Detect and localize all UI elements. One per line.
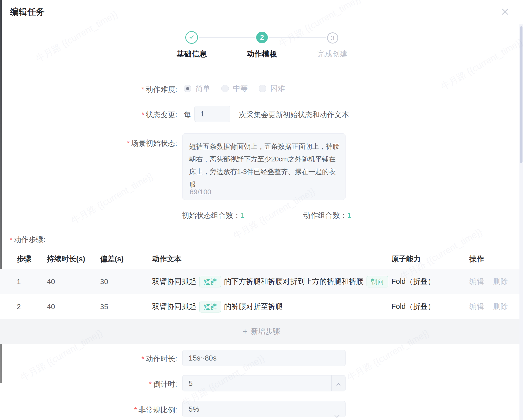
radio-label: 中等 — [233, 83, 248, 94]
step-operations: 编辑 删除 — [469, 277, 508, 287]
table-header-row: 步骤 持续时长(s) 偏差(s) 动作文本 原子能力 操作 — [0, 249, 523, 269]
difficulty-radio-group: 简单 中等 困难 — [184, 83, 296, 94]
step-1-circle — [185, 31, 198, 44]
countdown-input[interactable]: 5 — [182, 375, 346, 391]
step-operations: 编辑 删除 — [469, 302, 508, 312]
required-asterisk: * — [142, 85, 144, 93]
combo-counts-row: 初始状态组合数：1 动作组合数：1 — [0, 211, 523, 220]
state-change-label: *状态变更: — [142, 110, 177, 120]
duration-input[interactable]: 15s~80s — [182, 350, 346, 366]
step-duration: 40 — [47, 278, 55, 286]
state-change-row: *状态变更: 每 1 次采集会更新初始状态和动作文本 — [0, 106, 523, 122]
delete-link[interactable]: 删除 — [493, 277, 508, 285]
unusual-ratio-select[interactable]: 5% — [182, 401, 346, 417]
required-asterisk: * — [149, 380, 152, 388]
step-2-circle: 2 — [256, 32, 268, 43]
edit-link[interactable]: 编辑 — [469, 302, 484, 310]
step-ability: Fold（折叠） — [391, 302, 435, 312]
required-asterisk: * — [134, 406, 137, 414]
step-ability: Fold（折叠） — [391, 277, 435, 287]
step-action-text: 双臂协同抓起 短裤 的裤腰对折至裤腿 — [152, 301, 283, 312]
chevron-up-icon — [336, 375, 341, 391]
initial-combo-value: 1 — [240, 211, 245, 219]
step-action-text: 双臂协同抓起 短裤 的下方裤腿和裤腰对折到上方的裤腿和裤腰 朝向 — [152, 276, 391, 287]
state-change-input[interactable]: 1 — [194, 106, 230, 122]
step-3-label: 完成创建 — [302, 49, 363, 59]
col-header-step: 步骤 — [17, 254, 31, 264]
initial-combo-count: 初始状态组合数：1 — [182, 211, 245, 221]
duration-row: *动作时长: 15s~80s — [0, 350, 523, 366]
radio-label: 困难 — [270, 83, 285, 94]
col-header-action-text: 动作文本 — [152, 254, 182, 264]
step-2-label: 动作模板 — [232, 49, 292, 59]
action-combo-count: 动作组合数：1 — [303, 211, 351, 221]
difficulty-row: *动作难度: 简单 中等 困难 — [0, 83, 523, 94]
orientation-tag: 朝向 — [367, 276, 388, 287]
check-icon — [188, 34, 195, 41]
table-row: 2 40 35 双臂协同抓起 短裤 的裤腰对折至裤腿 Fold（折叠） 编辑 删… — [0, 294, 523, 319]
edit-link[interactable]: 编辑 — [469, 277, 484, 285]
step-number: 2 — [17, 302, 21, 311]
col-header-operations: 操作 — [469, 254, 484, 264]
modal-title: 编辑任务 — [10, 6, 45, 18]
countdown-label: *倒计时: — [149, 379, 177, 389]
unusual-ratio-value: 5% — [189, 405, 199, 413]
action-text-part: 双臂协同抓起 — [152, 277, 196, 287]
radio-circle — [259, 85, 266, 92]
add-step-button[interactable]: + 新增步骤 — [0, 319, 523, 344]
required-asterisk: * — [142, 111, 144, 119]
step-number: 1 — [17, 278, 21, 286]
step-3-number: 3 — [331, 34, 334, 42]
radio-option-easy[interactable]: 简单 — [184, 83, 210, 94]
col-header-ability: 原子能力 — [391, 254, 421, 264]
object-tag: 短裤 — [199, 276, 221, 287]
initial-state-textarea[interactable]: 短裤五条数据背面朝上，五条数据正面朝上，裤腰朝右，离头部视野下方至少20cm之外… — [182, 133, 346, 200]
char-counter: 69/100 — [190, 188, 211, 196]
col-header-duration: 持续时长(s) — [47, 254, 85, 264]
radio-label: 简单 — [195, 83, 210, 94]
required-asterisk: * — [142, 355, 144, 363]
scrollbar-thumb[interactable] — [520, 26, 522, 163]
initial-state-label: *场景初始状态: — [127, 138, 177, 149]
state-change-prefix: 每 — [184, 110, 191, 120]
action-text-part: 的裤腰对折至裤腿 — [224, 302, 283, 312]
initial-state-text: 短裤五条数据背面朝上，五条数据正面朝上，裤腰朝右，离头部视野下方至少20cm之外… — [189, 143, 339, 188]
step-deviation: 30 — [100, 278, 108, 286]
close-button[interactable] — [501, 8, 509, 16]
add-step-label: 新增步骤 — [251, 326, 280, 337]
countdown-row: *倒计时: 5 — [0, 375, 523, 391]
radio-option-hard[interactable]: 困难 — [259, 83, 285, 94]
stepper-connector — [199, 37, 255, 38]
action-combo-value: 1 — [347, 211, 351, 219]
stepper-connector — [269, 37, 326, 38]
edit-task-modal: 编辑任务 2 3 基础信息 动作模板 完成创建 *动作难度: — [0, 0, 523, 420]
number-spinner — [331, 375, 345, 391]
col-header-deviation: 偏差(s) — [100, 254, 124, 264]
difficulty-label: *动作难度: — [142, 85, 177, 95]
required-asterisk: * — [10, 236, 12, 244]
duration-label: *动作时长: — [142, 354, 177, 364]
action-steps-label: *动作步骤: — [10, 235, 45, 245]
radio-circle — [221, 85, 229, 92]
unusual-ratio-row: *非常规比例: 5% — [0, 401, 523, 417]
step-duration: 40 — [47, 302, 55, 311]
spinner-up-button[interactable] — [332, 375, 345, 391]
object-tag: 短裤 — [199, 301, 221, 312]
step-2-number: 2 — [260, 33, 264, 41]
close-icon — [501, 12, 509, 16]
state-change-suffix: 次采集会更新初始状态和动作文本 — [239, 110, 349, 120]
step-1-label: 基础信息 — [161, 49, 222, 59]
radio-option-medium[interactable]: 中等 — [221, 83, 248, 94]
modal-header: 编辑任务 — [2, 0, 523, 24]
action-steps-section: *动作步骤: — [0, 235, 523, 244]
table-row: 1 40 30 双臂协同抓起 短裤 的下方裤腿和裤腰对折到上方的裤腿和裤腰 朝向… — [0, 269, 523, 294]
required-asterisk: * — [127, 139, 130, 147]
steps-table: 步骤 持续时长(s) 偏差(s) 动作文本 原子能力 操作 1 40 30 双臂… — [0, 249, 523, 344]
unusual-ratio-label: *非常规比例: — [134, 405, 177, 415]
countdown-value: 5 — [189, 379, 193, 387]
delete-link[interactable]: 删除 — [493, 302, 508, 310]
initial-state-row: *场景初始状态: 短裤五条数据背面朝上，五条数据正面朝上，裤腰朝右，离头部视野下… — [0, 133, 523, 200]
step-deviation: 35 — [100, 302, 108, 311]
radio-selected-dot — [186, 87, 189, 90]
action-text-part: 双臂协同抓起 — [152, 302, 196, 312]
